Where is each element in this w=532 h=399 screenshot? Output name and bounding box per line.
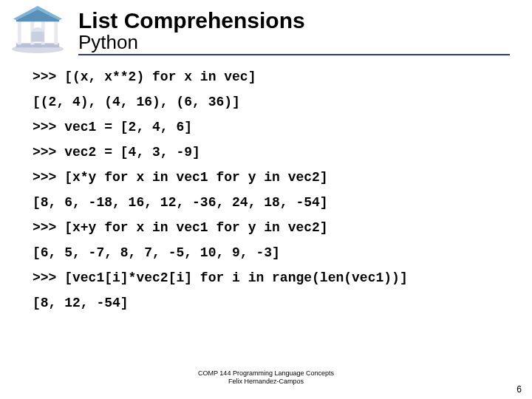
svg-rect-1 (16, 43, 59, 47)
slide-subtitle: Python (78, 33, 510, 55)
code-line: [8, 6, -18, 16, 12, -36, 24, 18, -54] (33, 196, 499, 209)
slide-footer: COMP 144 Programming Language Concepts F… (0, 369, 532, 386)
code-line: [8, 12, -54] (33, 296, 499, 310)
title-block: List Comprehensions Python (78, 6, 532, 55)
slide-header: List Comprehensions Python (0, 0, 532, 55)
slide-title: List Comprehensions (78, 9, 532, 33)
code-line: >>> [x*y for x in vec1 for y in vec2] (33, 171, 499, 184)
code-line: >>> [vec1[i]*vec2[i] for i in range(len(… (33, 271, 499, 284)
svg-rect-7 (31, 32, 44, 42)
code-content: >>> [(x, x**2) for x in vec] [(2, 4), (4… (33, 70, 499, 310)
footer-line-1: COMP 144 Programming Language Concepts (0, 369, 532, 378)
code-line: >>> vec1 = [2, 4, 6] (33, 120, 499, 134)
code-line: >>> vec2 = [4, 3, -9] (33, 146, 499, 159)
code-line: [6, 5, -7, 8, 7, -5, 10, 9, -3] (33, 246, 499, 259)
footer-line-2: Felix Hernandez-Campos (0, 378, 532, 386)
code-line: >>> [x+y for x in vec1 for y in vec2] (33, 221, 499, 234)
page-number: 6 (516, 384, 522, 395)
code-line: >>> [(x, x**2) for x in vec] (33, 70, 499, 83)
code-line: [(2, 4), (4, 16), (6, 36)] (33, 95, 499, 109)
old-well-logo (9, 4, 66, 55)
